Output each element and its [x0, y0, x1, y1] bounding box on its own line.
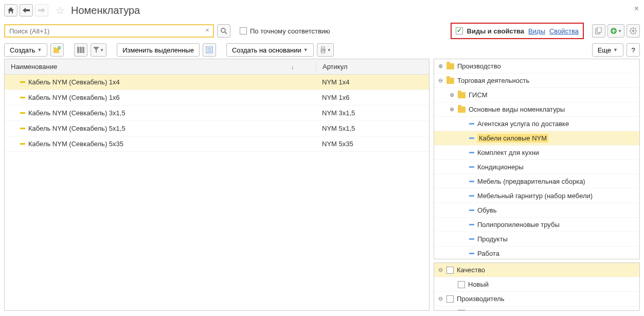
exact-match-checkbox[interactable] — [240, 27, 247, 34]
forward-button[interactable] — [35, 4, 48, 16]
item-article: NYM 1x4 — [316, 78, 429, 86]
prop-item[interactable]: ⊖Качество — [434, 263, 639, 277]
prop-item[interactable]: ⊖Производитель — [434, 292, 639, 306]
collapse-icon[interactable]: ⊖ — [437, 78, 443, 84]
tree-item[interactable]: Агентская услуга по доставке — [434, 117, 639, 131]
expand-icon[interactable]: ⊕ — [449, 107, 455, 113]
tree-item[interactable]: Работа — [434, 247, 639, 259]
types-tree: ⊕Производство⊖Торговая деятельность⊕ГИСМ… — [434, 59, 640, 259]
tree-item[interactable]: Обувь — [434, 203, 639, 218]
item-icon — [20, 81, 25, 83]
svg-line-10 — [631, 28, 632, 29]
item-icon — [469, 181, 474, 182]
svg-point-0 — [221, 28, 225, 32]
types-props-label: Виды и свойства — [467, 27, 525, 35]
table-row[interactable]: Кабель NYM (Севкабель) 5х35NYM 5x35 — [5, 136, 429, 152]
link-props[interactable]: Свойства — [549, 27, 579, 35]
filter-button[interactable]: ▼ — [91, 43, 106, 57]
tree-label: Кабели силовые NYM — [477, 134, 548, 143]
svg-line-12 — [631, 32, 632, 33]
svg-line-13 — [635, 28, 636, 29]
tree-item[interactable]: Полипропиленовые трубы — [434, 218, 639, 232]
star-icon[interactable]: ☆ — [56, 4, 65, 16]
prop-item[interactable]: Новый — [434, 277, 639, 292]
tree-item[interactable]: ⊖Торговая деятельность — [434, 74, 639, 88]
item-name: Кабель NYM (Севкабель) 1х6 — [28, 94, 120, 101]
edit-selected-button[interactable]: Изменить выделенные — [117, 43, 200, 57]
search-button[interactable] — [217, 24, 230, 38]
svg-rect-3 — [597, 27, 601, 32]
item-article: NYM 3x1,5 — [316, 109, 429, 117]
more-button[interactable]: Еще▼ — [592, 43, 623, 57]
main-table: Наименование↓ Артикул Кабель NYM (Севкаб… — [4, 59, 430, 311]
tree-label: Производство — [457, 62, 501, 70]
barcode-button[interactable] — [74, 43, 87, 57]
item-article: NYM 5x1,5 — [316, 125, 429, 132]
list-button[interactable] — [203, 43, 216, 57]
clear-search-icon[interactable]: × — [203, 26, 212, 36]
help-button[interactable]: ? — [627, 43, 640, 57]
prop-checkbox[interactable] — [458, 310, 465, 311]
expand-icon[interactable]: ⊕ — [449, 92, 455, 98]
reports-button[interactable] — [592, 24, 605, 38]
prop-item[interactable]: Севкабель — [434, 306, 639, 311]
collapse-icon[interactable]: ⊖ — [437, 296, 443, 302]
search-input[interactable] — [4, 24, 214, 38]
settings-button[interactable] — [627, 24, 640, 38]
item-icon — [469, 123, 474, 125]
tree-item[interactable]: Мебель (предварительная сборка) — [434, 174, 639, 189]
tree-label: Продукты — [477, 235, 508, 243]
create-based-button[interactable]: Создать на основании▼ — [226, 43, 314, 57]
tree-label: Комплект для кухни — [477, 149, 539, 156]
item-name: Кабель NYM (Севкабель) 3x1,5 — [28, 109, 126, 117]
sort-indicator-icon: ↓ — [291, 63, 295, 71]
home-button[interactable] — [4, 4, 17, 16]
table-row[interactable]: Кабель NYM (Севкабель) 3x1,5NYM 3x1,5 — [5, 106, 429, 121]
folder-icon — [446, 63, 454, 69]
tree-item[interactable]: Комплект для кухни — [434, 146, 639, 160]
tree-item[interactable]: Продукты — [434, 232, 639, 247]
col-article-header[interactable]: Артикул — [323, 63, 347, 71]
tree-item[interactable]: ⊕Производство — [434, 59, 639, 74]
item-icon — [20, 128, 25, 129]
item-icon — [469, 209, 474, 211]
item-icon — [20, 143, 25, 145]
svg-rect-29 — [321, 51, 325, 53]
tree-item[interactable]: ⊕ГИСМ — [434, 88, 639, 102]
collapse-icon[interactable]: ⊖ — [437, 267, 443, 273]
tree-item[interactable]: Мебельный гарнитур (набор мебели) — [434, 189, 639, 203]
item-name: Кабель NYM (Севкабель) 5х35 — [28, 140, 123, 148]
table-row[interactable]: Кабель NYM (Севкабель) 5х1,5 NYM 5x1,5 — [5, 121, 429, 136]
table-row[interactable]: Кабель NYM (Севкабель) 1х6NYM 1x6 — [5, 90, 429, 106]
link-types[interactable]: Виды — [528, 27, 545, 35]
col-name-header[interactable]: Наименование — [11, 63, 57, 71]
exact-match-label: По точному соответствию — [250, 27, 330, 35]
item-icon — [469, 195, 474, 197]
print-button[interactable]: ▼ — [317, 43, 334, 57]
tree-label: Мебель (предварительная сборка) — [477, 178, 585, 185]
tree-label: Основные виды номенклатуры — [469, 106, 565, 113]
tree-item[interactable]: Кондиционеры — [434, 160, 639, 174]
tree-label: ГИСМ — [469, 91, 487, 99]
create-button[interactable]: Создать▼ — [4, 43, 47, 57]
prop-checkbox[interactable] — [446, 267, 454, 274]
folder-icon — [458, 92, 466, 98]
prop-checkbox[interactable] — [458, 281, 465, 288]
tree-label: Мебельный гарнитур (набор мебели) — [477, 192, 593, 200]
svg-line-1 — [225, 32, 227, 34]
types-props-checkbox[interactable] — [456, 27, 463, 34]
svg-point-30 — [324, 49, 325, 50]
create-group-button[interactable] — [50, 43, 64, 57]
item-icon — [469, 137, 474, 139]
tree-item[interactable]: ⊕Основные виды номенклатуры — [434, 102, 639, 117]
prop-checkbox[interactable] — [446, 295, 454, 303]
tree-item[interactable]: Кабели силовые NYM — [434, 131, 639, 146]
prop-label: Производитель — [457, 295, 505, 303]
table-row[interactable]: Кабель NYM (Севкабель) 1х4NYM 1x4 — [5, 75, 429, 90]
expand-icon[interactable]: ⊕ — [437, 63, 443, 69]
back-button[interactable] — [20, 4, 33, 16]
close-icon[interactable]: × — [634, 4, 639, 13]
item-name: Кабель NYM (Севкабель) 5х1,5 — [28, 125, 126, 132]
add-button[interactable]: ▼ — [607, 24, 624, 38]
svg-rect-28 — [321, 47, 325, 49]
